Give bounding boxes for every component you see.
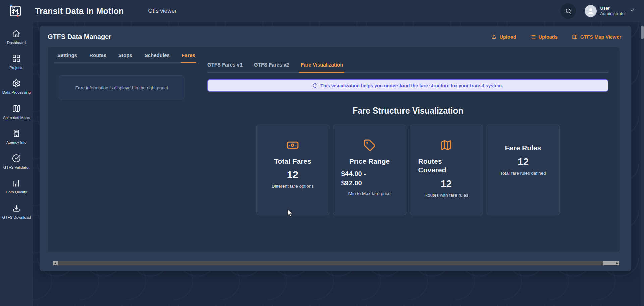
vertical-scrollbar-thumb[interactable] [641,26,644,39]
visualization-title: Fare Structure Visualization [207,106,608,116]
map-icon [440,139,452,151]
fare-info-placeholder: Fare information is displayed in the rig… [59,75,184,100]
page-title: GTFS Data Manager [48,33,111,41]
tab-fares[interactable]: Fares [182,52,195,62]
scroll-left-arrow-icon[interactable] [53,261,58,265]
subtab-gtfs-fares-v2[interactable]: GTFS Fares v2 [254,62,289,72]
sidebar-item-dashboard[interactable]: Dashboard [0,25,33,50]
main-content: GTFS Data Manager Upload Uploads [33,22,644,306]
building-icon [12,129,21,138]
sidebar: Dashboard Projects Data Processing Anima… [0,22,33,306]
bar-chart-icon [12,179,21,187]
home-icon [12,29,21,38]
avatar [585,5,597,17]
fares-panel: Settings Routes Stops Schedules Fares Fa… [47,47,620,252]
tab-stops[interactable]: Stops [118,52,132,62]
sidebar-item-gtfs-download[interactable]: GTFS Download [0,200,33,224]
grid-icon [12,54,21,63]
chevron-down-icon [629,7,635,15]
fares-subtab-bar: GTFS Fares v1 GTFS Fares v2 Fare Visuali… [207,62,608,73]
banknote-icon [286,139,299,151]
stat-card-total-fares: Total Fares 12 Different fare options [256,125,329,215]
subtab-gtfs-fares-v1[interactable]: GTFS Fares v1 [207,62,243,72]
top-header: Transit Data In Motion Gtfs viewer User … [0,0,644,22]
tab-schedules[interactable]: Schedules [145,52,170,62]
subtab-fare-visualization[interactable]: Fare Visualization [301,62,343,72]
sidebar-item-gtfs-validator[interactable]: GTFS Validator [0,149,33,174]
gtfs-map-viewer-button[interactable]: GTFS Map Viewer [572,34,621,40]
horizontal-scrollbar[interactable] [53,261,619,265]
page-subtitle: Gtfs viewer [148,8,177,14]
vertical-scrollbar[interactable] [641,22,644,306]
app-logo [8,3,23,19]
map-icon [572,34,578,40]
check-circle-icon [12,154,21,163]
stat-card-price-range: Price Range $44.00 - $92.00 Min to Max f… [333,125,406,215]
stat-card-routes-covered: Routes Covered 12 Routes with fare rules [410,125,483,215]
tab-settings[interactable]: Settings [57,52,77,62]
map-icon [12,104,21,113]
manager-tab-bar: Settings Routes Stops Schedules Fares [54,52,191,63]
fares-left-column: Settings Routes Stops Schedules Fares Fa… [48,47,198,252]
upload-icon [491,34,497,40]
user-role: Administrator [600,11,626,16]
sidebar-item-data-processing[interactable]: Data Processing [0,75,33,99]
fare-stat-cards: Total Fares 12 Different fare options Pr… [207,125,608,215]
sidebar-item-data-quality[interactable]: Data Quality [0,174,33,199]
uploads-button[interactable]: Uploads [530,34,558,40]
app-title: Transit Data In Motion [35,6,124,16]
manager-actions: Upload Uploads GTFS Map Viewer [491,34,621,40]
gtfs-data-manager-card: GTFS Data Manager Upload Uploads [40,26,631,271]
gear-icon [12,79,21,88]
fares-right-column: GTFS Fares v1 GTFS Fares v2 Fare Visuali… [198,47,620,252]
sidebar-item-animated-maps[interactable]: Animated Maps [0,100,33,125]
tab-routes[interactable]: Routes [89,52,106,62]
person-icon [586,7,595,15]
sidebar-item-agency-info[interactable]: Agency Info [0,125,33,149]
search-button[interactable] [560,3,576,19]
sidebar-item-projects[interactable]: Projects [0,50,33,75]
list-icon [530,34,536,40]
tag-icon [363,139,376,151]
search-icon [565,8,572,15]
user-menu[interactable]: User Administrator [585,5,635,17]
scroll-right-arrow-icon[interactable] [614,261,619,265]
upload-button[interactable]: Upload [491,34,516,40]
horizontal-scrollbar-track[interactable] [58,261,614,265]
horizontal-scrollbar-thumb[interactable] [58,261,603,265]
info-banner: This visualization helps you understand … [207,79,608,92]
download-icon [12,204,21,213]
info-icon [313,83,318,88]
stat-card-fare-rules: Fare Rules 12 Total fare rules defined [487,125,560,215]
user-name: User [600,6,626,11]
